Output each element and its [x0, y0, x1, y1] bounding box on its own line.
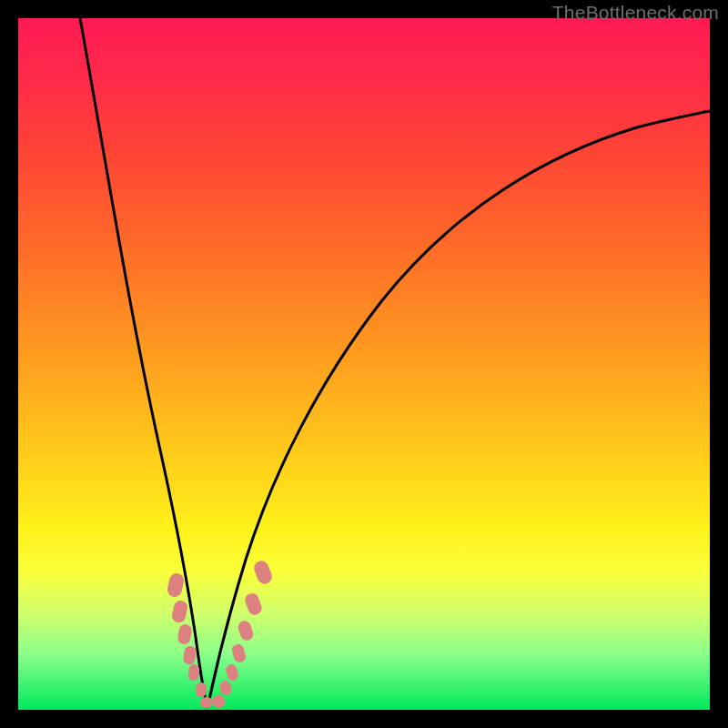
valley-markers-group: [166, 559, 274, 709]
svg-rect-10: [230, 642, 247, 663]
plot-area: [18, 18, 710, 710]
svg-rect-5: [196, 682, 207, 698]
svg-rect-11: [237, 619, 255, 642]
svg-rect-12: [243, 592, 263, 617]
svg-rect-3: [183, 645, 197, 665]
svg-rect-8: [218, 680, 232, 696]
svg-rect-2: [177, 623, 193, 645]
svg-rect-9: [225, 663, 239, 682]
svg-rect-7: [212, 694, 225, 708]
svg-rect-6: [200, 697, 213, 708]
right-curve-path: [207, 111, 710, 708]
left-curve-path: [80, 18, 207, 708]
watermark-text: TheBottleneck.com: [552, 2, 719, 24]
svg-rect-0: [166, 572, 185, 599]
svg-rect-13: [252, 559, 275, 586]
chart-svg: [18, 18, 710, 710]
svg-rect-4: [187, 663, 200, 681]
outer-frame: TheBottleneck.com: [0, 0, 728, 728]
svg-rect-1: [171, 600, 189, 624]
